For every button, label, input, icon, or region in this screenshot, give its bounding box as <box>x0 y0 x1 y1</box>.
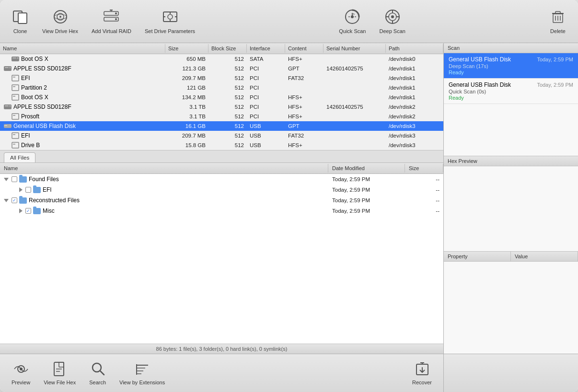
folder-icon <box>33 187 41 193</box>
quick-scan-icon <box>344 8 361 25</box>
scan-list: General USB Flash Disk Today, 2:59 PM De… <box>444 53 578 156</box>
status-text: 86 bytes: 1 file(s), 3 folder(s), 0 hard… <box>156 346 288 352</box>
partition-icon <box>12 75 19 81</box>
app-window: Clone View Drive Hex Add Virtual RAID <box>0 0 578 392</box>
drive-list-header: Name Size Block Size Interface Content S… <box>0 43 443 54</box>
drive-header-interface: Interface <box>247 44 285 53</box>
table-row[interactable]: General USB Flash Disk 16.1 GB 512 USB G… <box>0 121 443 131</box>
file-name-cell: EFI <box>0 185 328 194</box>
svg-rect-52 <box>12 114 19 119</box>
svg-rect-64 <box>59 362 64 367</box>
table-row[interactable]: Prosoft 3.1 TB 512 PCI HFS+ /dev/rdisk2 <box>0 112 443 121</box>
list-item[interactable]: EFI Today, 2:59 PM -- <box>0 184 443 195</box>
svg-rect-33 <box>555 12 560 13</box>
expand-icon <box>19 187 23 192</box>
quick-scan-button[interactable]: Quick Scan <box>332 4 372 38</box>
drive-header-content: Content <box>285 44 324 53</box>
svg-rect-41 <box>5 67 9 68</box>
table-row[interactable]: EFI 209.7 MB 512 USB FAT32 /dev/rdisk3 <box>0 131 443 140</box>
hex-preview-panel: Hex Preview <box>444 156 578 252</box>
preview-icon <box>13 361 29 377</box>
drive-name-cell: APPLE SSD SD0128F <box>0 104 165 110</box>
properties-header: Property Value <box>444 252 578 262</box>
svg-rect-60 <box>13 144 15 145</box>
clone-label: Clone <box>13 28 27 35</box>
properties-header-property: Property <box>444 252 511 261</box>
scan-item[interactable]: General USB Flash Disk Today, 2:59 PM De… <box>444 53 578 79</box>
tab-all-files[interactable]: All Files <box>4 152 35 162</box>
drive-header-blocksize: Block Size <box>208 44 247 53</box>
search-icon <box>90 361 105 377</box>
recover-icon <box>415 361 430 377</box>
search-label: Search <box>89 380 106 385</box>
set-drive-parameters-icon <box>162 8 179 25</box>
svg-rect-55 <box>4 125 7 126</box>
drive-header-name: Name <box>0 44 165 53</box>
drive-name-cell: Drive B <box>0 142 165 149</box>
set-drive-parameters-button[interactable]: Set Drive Parameters <box>138 4 202 38</box>
table-row[interactable]: Partition 2 121 GB 512 PCI /dev/rdisk1 <box>0 83 443 92</box>
hdd-icon <box>4 104 12 110</box>
svg-rect-59 <box>12 142 19 148</box>
svg-rect-57 <box>12 133 19 138</box>
deep-scan-button[interactable]: Deep Scan <box>372 4 412 38</box>
file-checkbox[interactable] <box>25 208 31 214</box>
svg-rect-40 <box>4 66 12 71</box>
svg-line-68 <box>100 371 104 375</box>
bottom-toolbar: Preview View File Hex <box>0 354 443 392</box>
scan-item-status: Ready <box>449 95 573 101</box>
drive-name-cell: Partition 2 <box>0 84 165 91</box>
partition-icon <box>12 113 19 120</box>
delete-button[interactable]: Delete <box>543 4 573 38</box>
view-drive-hex-button[interactable]: View Drive Hex <box>35 4 85 38</box>
partition-icon <box>12 94 19 101</box>
drive-name-cell: EFI <box>0 132 165 139</box>
search-button[interactable]: Search <box>82 357 113 389</box>
table-row[interactable]: APPLE SSD SD0128F 3.1 TB 512 PCI HFS+ 14… <box>0 102 443 112</box>
drive-name-cell: Boot OS X <box>0 56 165 62</box>
table-row[interactable]: Drive B 15.8 GB 512 USB HFS+ /dev/rdisk3 <box>0 140 443 150</box>
table-row[interactable]: Boot OS X 134.2 MB 512 PCI HFS+ /dev/rdi… <box>0 92 443 102</box>
list-item[interactable]: Found Files Today, 2:59 PM -- <box>0 174 443 184</box>
expand-icon <box>19 208 23 213</box>
list-item[interactable]: Misc Today, 2:59 PM -- <box>0 206 443 216</box>
file-name-cell: Reconstructed Files <box>0 196 328 205</box>
table-row[interactable]: EFI 209.7 MB 512 PCI FAT32 /dev/rdisk1 <box>0 73 443 83</box>
svg-point-19 <box>351 15 354 18</box>
scan-item-sub: Deep Scan (17s) <box>449 63 573 69</box>
drive-name-cell: EFI <box>0 75 165 81</box>
deep-scan-icon <box>384 8 401 25</box>
list-item[interactable]: Reconstructed Files Today, 2:59 PM -- <box>0 195 443 206</box>
recover-label: Recover <box>412 380 432 385</box>
view-by-extensions-label: View by Extensions <box>119 380 165 385</box>
view-file-hex-icon <box>52 361 68 377</box>
right-panel-bottom <box>444 354 578 392</box>
svg-line-23 <box>354 13 355 15</box>
table-row[interactable]: APPLE SSD SD0128F 121.3 GB 512 PCI GPT 1… <box>0 64 443 73</box>
table-row[interactable]: Boot OS X 650 MB 512 SATA HFS+ /dev/rdis… <box>0 54 443 64</box>
clone-button[interactable]: Clone <box>5 4 35 38</box>
deep-scan-label: Deep Scan <box>379 28 405 35</box>
quick-scan-label: Quick Scan <box>339 28 366 35</box>
properties-header-value: Value <box>511 252 578 261</box>
recover-button[interactable]: Recover <box>405 357 439 389</box>
add-virtual-raid-button[interactable]: Add Virtual RAID <box>85 4 138 38</box>
svg-point-8 <box>115 12 117 14</box>
svg-rect-38 <box>12 58 16 58</box>
view-by-extensions-button[interactable]: View by Extensions <box>113 357 172 389</box>
file-header-date: Date Modified <box>328 164 405 173</box>
right-panel: Scan General USB Flash Disk Today, 2:59 … <box>444 43 578 392</box>
svg-rect-1 <box>18 13 27 23</box>
file-checkbox[interactable] <box>12 197 17 203</box>
file-checkbox[interactable] <box>12 176 17 182</box>
usb-drive-icon <box>4 123 12 129</box>
svg-rect-50 <box>5 105 9 106</box>
view-file-hex-button[interactable]: View File Hex <box>37 357 82 389</box>
scan-item[interactable]: General USB Flash Disk Today, 2:59 PM Qu… <box>444 79 578 104</box>
scan-item-name: General USB Flash Disk <box>449 56 511 63</box>
scan-item-status: Ready <box>449 69 573 75</box>
preview-button[interactable]: Preview <box>5 357 37 389</box>
properties-panel: Property Value <box>444 252 578 354</box>
file-checkbox[interactable] <box>25 187 31 193</box>
svg-rect-49 <box>4 104 12 109</box>
